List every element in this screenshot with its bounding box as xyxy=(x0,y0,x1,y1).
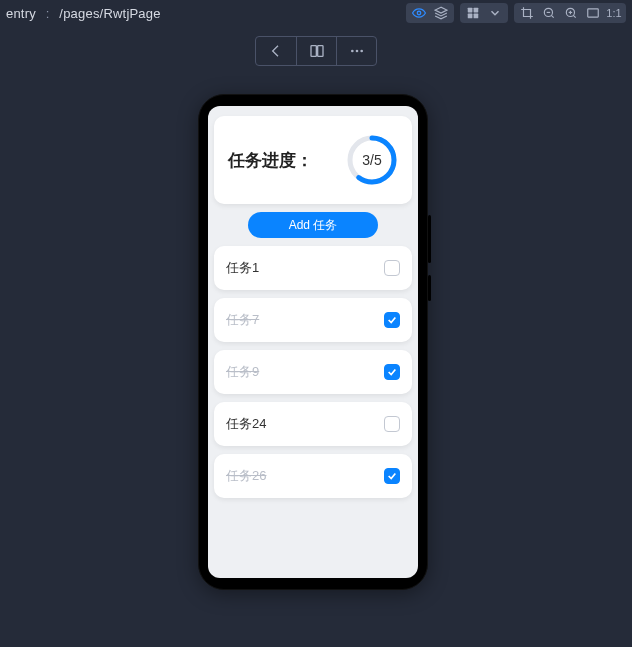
task-checkbox[interactable] xyxy=(384,364,400,380)
layers-icon[interactable] xyxy=(430,3,452,23)
crop-icon[interactable] xyxy=(516,3,538,23)
task-row: 任务24 xyxy=(214,402,412,446)
svg-rect-13 xyxy=(588,9,599,17)
task-name: 任务24 xyxy=(226,415,266,433)
breadcrumb-module: entry xyxy=(6,6,36,21)
toolbar-group-layout xyxy=(460,3,508,23)
device-screen: 任务进度： 3/5 Add 任务 任务1任务7任务9任务24任务26 xyxy=(208,106,418,578)
progress-label: 任务进度： xyxy=(228,149,313,172)
ide-topbar: entry : /pages/RwtjPage 1:1 xyxy=(0,0,632,26)
svg-line-12 xyxy=(573,15,575,17)
svg-rect-2 xyxy=(468,8,473,13)
back-icon[interactable] xyxy=(256,37,296,65)
progress-ring: 3/5 xyxy=(346,134,398,186)
progress-card: 任务进度： 3/5 xyxy=(214,116,412,204)
task-name: 任务9 xyxy=(226,363,259,381)
task-checkbox[interactable] xyxy=(384,312,400,328)
svg-rect-3 xyxy=(474,8,479,13)
svg-point-18 xyxy=(360,50,363,53)
zoom-out-icon[interactable] xyxy=(538,3,560,23)
task-name: 任务7 xyxy=(226,311,259,329)
breadcrumb-path: /pages/RwtjPage xyxy=(59,6,160,21)
zoom-ratio[interactable]: 1:1 xyxy=(604,7,624,19)
svg-rect-5 xyxy=(474,14,479,19)
svg-rect-14 xyxy=(311,46,316,57)
chevron-down-icon[interactable] xyxy=(484,3,506,23)
add-task-button[interactable]: Add 任务 xyxy=(248,212,378,238)
task-row: 任务26 xyxy=(214,454,412,498)
task-row: 任务1 xyxy=(214,246,412,290)
split-view-icon[interactable] xyxy=(296,37,336,65)
task-row: 任务9 xyxy=(214,350,412,394)
svg-rect-15 xyxy=(317,46,322,57)
eye-icon[interactable] xyxy=(408,3,430,23)
task-list: 任务1任务7任务9任务24任务26 xyxy=(214,246,412,498)
grid-icon[interactable] xyxy=(462,3,484,23)
task-name: 任务1 xyxy=(226,259,259,277)
svg-marker-1 xyxy=(435,7,447,13)
svg-point-17 xyxy=(355,50,358,53)
task-checkbox[interactable] xyxy=(384,468,400,484)
breadcrumb: entry : /pages/RwtjPage xyxy=(6,6,161,21)
preview-controls xyxy=(0,26,632,76)
svg-rect-4 xyxy=(468,14,473,19)
device-frame: 任务进度： 3/5 Add 任务 任务1任务7任务9任务24任务26 xyxy=(198,94,428,590)
toolbar-group-zoom: 1:1 xyxy=(514,3,626,23)
preview-controls-box xyxy=(255,36,377,66)
task-checkbox[interactable] xyxy=(384,416,400,432)
task-checkbox[interactable] xyxy=(384,260,400,276)
task-row: 任务7 xyxy=(214,298,412,342)
zoom-in-icon[interactable] xyxy=(560,3,582,23)
svg-point-0 xyxy=(417,11,421,15)
breadcrumb-separator: : xyxy=(46,6,50,21)
more-icon[interactable] xyxy=(336,37,376,65)
fit-screen-icon[interactable] xyxy=(582,3,604,23)
task-name: 任务26 xyxy=(226,467,266,485)
svg-point-16 xyxy=(351,50,354,53)
progress-fraction: 3/5 xyxy=(346,134,398,186)
toolbar-group-view xyxy=(406,3,454,23)
svg-line-8 xyxy=(551,15,553,17)
preview-canvas: 任务进度： 3/5 Add 任务 任务1任务7任务9任务24任务26 xyxy=(0,26,632,647)
